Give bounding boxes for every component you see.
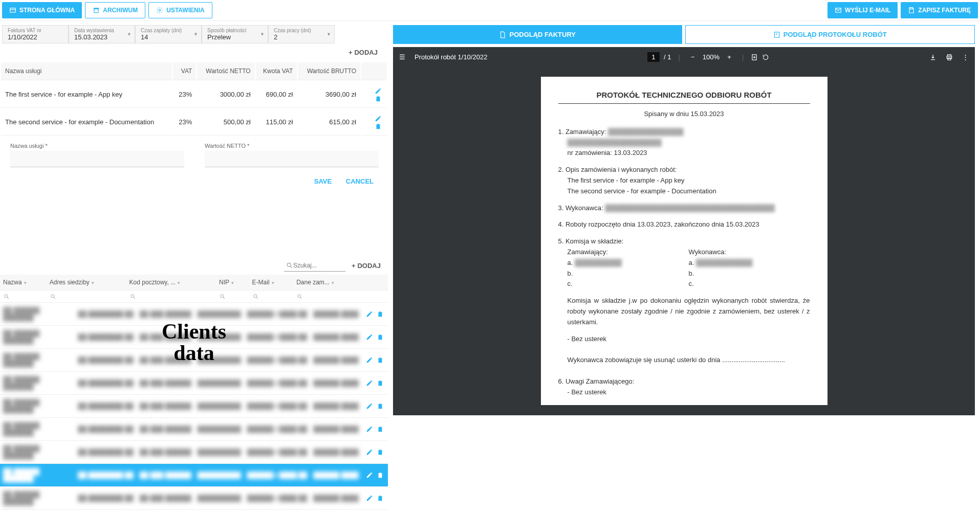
- gear-icon: [156, 7, 163, 14]
- col-client-postal[interactable]: Kod pocztowy, ...▾: [126, 275, 216, 290]
- edit-icon[interactable]: [366, 310, 373, 318]
- add-client-button[interactable]: + DODAJ: [352, 262, 381, 270]
- delete-icon[interactable]: [375, 122, 382, 130]
- edit-icon[interactable]: [366, 403, 373, 410]
- pdf-toolbar: ☰ Protokół robót 1/10/2022 / 1 | − 100% …: [393, 47, 975, 66]
- zoom-out-button[interactable]: −: [687, 51, 699, 62]
- service-row: The first service - for example - App ke…: [1, 81, 387, 108]
- svg-line-10: [7, 297, 9, 299]
- edit-icon[interactable]: [366, 356, 373, 364]
- payment-time-field[interactable]: Czas zapłaty (dni) 14 ▼: [135, 25, 202, 43]
- svg-line-12: [54, 297, 55, 299]
- delete-icon[interactable]: [375, 95, 382, 103]
- pdf-zoom-level: 100%: [703, 53, 720, 61]
- home-button[interactable]: STRONA GŁÓWNA: [2, 2, 82, 18]
- save-invoice-button[interactable]: ZAPISZ FAKTURĘ: [901, 2, 978, 18]
- chevron-down-icon: ▼: [127, 32, 132, 37]
- print-icon[interactable]: [946, 53, 953, 61]
- client-row[interactable]: ██ ██████ ███████ ██ ████████ ██ ██-███ …: [0, 441, 388, 464]
- cancel-button[interactable]: CANCEL: [346, 177, 374, 185]
- clients-search-input[interactable]: [293, 262, 339, 269]
- edit-icon[interactable]: [366, 379, 373, 387]
- col-vat-amount: Kwota VAT: [256, 62, 297, 80]
- delete-icon[interactable]: [377, 310, 384, 318]
- delete-icon[interactable]: [377, 426, 384, 433]
- delete-icon[interactable]: [377, 356, 384, 364]
- rotate-icon[interactable]: [762, 53, 769, 61]
- tab-protocol-preview[interactable]: PODGLĄD PROTOKOŁU ROBÓT: [685, 25, 975, 44]
- pdf-page-input[interactable]: [647, 52, 660, 62]
- delete-icon[interactable]: [377, 403, 384, 410]
- download-icon[interactable]: [929, 53, 937, 61]
- svg-rect-0: [10, 8, 16, 12]
- delete-icon[interactable]: [377, 472, 384, 479]
- archive-button[interactable]: ARCHIWUM: [85, 2, 145, 18]
- top-nav: STRONA GŁÓWNA ARCHIWUM USTAWIENIA WYŚLIJ…: [0, 0, 980, 21]
- svg-point-4: [159, 9, 161, 11]
- delete-icon[interactable]: [377, 333, 384, 341]
- client-row[interactable]: ██ ██████ ███████ ██ ████████ ██ ██-███ …: [0, 464, 388, 487]
- svg-line-18: [256, 297, 258, 299]
- invoice-date-field[interactable]: Data wystawienia 15.03.2023 ▼: [69, 25, 135, 43]
- delete-icon[interactable]: [377, 495, 384, 502]
- delete-icon[interactable]: [377, 379, 384, 387]
- svg-line-20: [300, 297, 302, 299]
- col-client-name[interactable]: Nazwa▾: [0, 275, 47, 290]
- payment-method-field[interactable]: Sposób płatności Przelew ▼: [202, 25, 268, 43]
- settings-button[interactable]: USTAWIENIA: [148, 2, 212, 18]
- edit-icon[interactable]: [366, 426, 373, 433]
- pdf-viewer: ☰ Protokół robót 1/10/2022 / 1 | − 100% …: [393, 47, 975, 415]
- zoom-in-button[interactable]: +: [724, 51, 735, 62]
- edit-icon[interactable]: [366, 495, 373, 502]
- pdf-page: PROTOKÓŁ TECHNICZNEGO ODBIORU ROBÓT Spis…: [541, 77, 827, 405]
- add-service-button[interactable]: + DODAJ: [349, 49, 378, 56]
- col-client-order[interactable]: Dane zam...▾: [293, 275, 362, 290]
- edit-icon[interactable]: [366, 472, 373, 479]
- client-row[interactable]: ██ ██████ ███████ ██ ████████ ██ ██-███ …: [0, 303, 388, 326]
- pdf-title: Protokół robót 1/10/2022: [415, 53, 487, 61]
- client-row[interactable]: ██ ██████ ███████ ██ ████████ ██ ██-███ …: [0, 395, 388, 418]
- svg-point-11: [51, 295, 54, 298]
- chevron-down-icon: ▼: [326, 32, 331, 37]
- send-email-button[interactable]: WYŚLIJ E-MAIL: [827, 2, 898, 18]
- service-name-input[interactable]: [10, 151, 184, 167]
- edit-icon[interactable]: [375, 114, 382, 122]
- edit-icon[interactable]: [366, 449, 373, 456]
- svg-line-8: [291, 266, 292, 268]
- save-button[interactable]: SAVE: [314, 177, 332, 185]
- tab-invoice-preview[interactable]: PODGLĄD FAKTURY: [393, 25, 682, 44]
- menu-icon[interactable]: ☰: [399, 53, 405, 61]
- service-netto-input[interactable]: [205, 151, 379, 167]
- chevron-down-icon: ▼: [260, 32, 265, 37]
- client-row[interactable]: ██ ██████ ███████ ██ ████████ ██ ██-███ …: [0, 349, 388, 372]
- clients-table: Nazwa▾ Adres siedziby▾ Kod pocztowy, ...…: [0, 275, 388, 303]
- doc-date: Spisany w dniu 15.03.2023: [558, 109, 810, 120]
- edit-icon[interactable]: [366, 333, 373, 341]
- col-client-address[interactable]: Adres siedziby▾: [47, 275, 126, 290]
- svg-line-14: [134, 297, 135, 299]
- client-row[interactable]: ██ ██████ ███████ ██ ████████ ██ ██-███ …: [0, 372, 388, 395]
- col-client-nip[interactable]: NIP▾: [216, 275, 249, 290]
- col-vat: VAT: [173, 62, 197, 80]
- service-netto-label: Wartość NETTO *: [205, 143, 379, 149]
- invoice-number-field[interactable]: Faktura VAT nr 1/10/2022: [2, 25, 69, 43]
- search-icon: [252, 293, 259, 300]
- doc-heading: PROTOKÓŁ TECHNICZNEGO ODBIORU ROBÓT: [558, 89, 810, 101]
- work-time-field[interactable]: Czas pracy (dni) 2 ▼: [268, 25, 335, 43]
- preview-tabs: PODGLĄD FAKTURY PODGLĄD PROTOKOŁU ROBÓT: [393, 25, 975, 44]
- search-icon: [296, 293, 303, 300]
- col-client-email[interactable]: E-Mail▾: [249, 275, 294, 290]
- search-icon: [219, 293, 226, 300]
- svg-point-9: [5, 295, 8, 298]
- more-icon[interactable]: ⋮: [962, 53, 969, 61]
- edit-icon[interactable]: [375, 86, 382, 95]
- client-row[interactable]: ██ ██████ ███████ ██ ████████ ██ ██-███ …: [0, 418, 388, 441]
- client-row[interactable]: ██ ██████ ███████ ██ ████████ ██ ██-███ …: [0, 326, 388, 349]
- service-edit-form: Nazwa usługi * Wartość NETTO *: [0, 137, 388, 173]
- delete-icon[interactable]: [377, 449, 384, 456]
- client-row[interactable]: ██ ██████ ███████ ██ ████████ ██ ██-███ …: [0, 487, 388, 510]
- clients-search[interactable]: [284, 260, 345, 272]
- fit-page-icon[interactable]: [751, 53, 758, 61]
- col-name: Nazwa usługi: [1, 62, 172, 80]
- col-brutto: Wartość BRUTTO: [298, 62, 360, 80]
